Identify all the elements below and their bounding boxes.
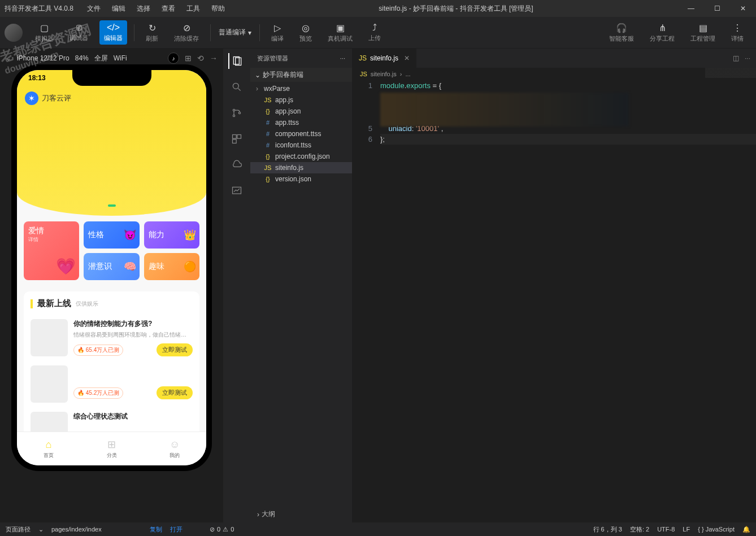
heart-icon: 💗 bbox=[56, 257, 76, 276]
test-now-button[interactable]: 立即测试 bbox=[157, 386, 193, 399]
file-item[interactable]: #iconfont.ttss bbox=[250, 140, 352, 151]
expand-icon[interactable]: → bbox=[210, 54, 218, 63]
menu-view[interactable]: 查看 bbox=[157, 2, 180, 16]
card-personality[interactable]: 性格😈 bbox=[84, 221, 139, 249]
user-icon: ☺ bbox=[170, 439, 180, 451]
js-file-icon: JS bbox=[360, 71, 367, 77]
debugger-toggle[interactable]: ⎚调试器 bbox=[65, 20, 93, 45]
window-title: siteinfo.js - 妙手回春前端 - 抖音开发者工具 [管理员] bbox=[229, 4, 683, 14]
split-editor-icon[interactable]: ◫ bbox=[733, 54, 739, 62]
rotate-icon[interactable]: ⟲ bbox=[197, 54, 204, 63]
page-path-label: 页面路径 bbox=[6, 525, 31, 534]
language-mode[interactable]: { } JavaScript bbox=[698, 526, 735, 533]
file-item[interactable]: {}version.json bbox=[250, 173, 352, 185]
details-button[interactable]: ⋮详情 bbox=[727, 20, 748, 45]
menu-file[interactable]: 文件 bbox=[82, 2, 105, 16]
list-item[interactable]: 🔥 45.2万人已测 立即测试 bbox=[31, 361, 193, 407]
tab-home[interactable]: ⌂首页 bbox=[17, 432, 80, 465]
copy-button[interactable]: 复制 bbox=[150, 525, 162, 534]
preview-button[interactable]: ◎预览 bbox=[295, 20, 316, 45]
menu-select[interactable]: 选择 bbox=[132, 2, 155, 16]
maximize-button[interactable]: ☐ bbox=[709, 0, 725, 17]
editor-icon: </> bbox=[107, 23, 120, 33]
open-button[interactable]: 打开 bbox=[170, 525, 183, 534]
grid-icon[interactable]: ⊞ bbox=[185, 54, 192, 63]
tab-category[interactable]: ⊞分类 bbox=[80, 432, 144, 465]
project-root[interactable]: ⌄妙手回春前端 bbox=[250, 68, 352, 82]
zoom-level[interactable]: 84% bbox=[75, 54, 89, 62]
screen-mode[interactable]: 全屏 bbox=[94, 54, 108, 63]
file-item[interactable]: JSapp.js bbox=[250, 94, 352, 106]
problems-indicator[interactable]: ⊘0 ⚠0 bbox=[210, 526, 234, 533]
list-item[interactable]: 你的情绪控制能力有多强? 情绪很容易受到周围环境影响，做自己情绪… 🔥 65.4… bbox=[31, 315, 193, 361]
more-icon: ⋮ bbox=[733, 23, 742, 33]
main-toolbar: ▢模拟器 ⎚调试器 </>编辑器 ↻刷新 ⊘清除缓存 普通编译▾ ▷编译 ◎预览… bbox=[0, 17, 756, 49]
share-project-button[interactable]: ⋔分享工程 bbox=[645, 20, 679, 45]
simulator-toggle[interactable]: ▢模拟器 bbox=[31, 20, 58, 45]
card-fun[interactable]: 趣味🟠 bbox=[144, 253, 199, 280]
user-avatar[interactable] bbox=[5, 24, 23, 42]
card-subconscious[interactable]: 潜意识🧠 bbox=[84, 253, 139, 280]
eol[interactable]: LF bbox=[683, 526, 690, 533]
folder-wxparse[interactable]: wxParse bbox=[250, 83, 352, 94]
page-path-input[interactable] bbox=[51, 526, 142, 533]
home-icon: ⌂ bbox=[45, 439, 51, 451]
minimap[interactable] bbox=[705, 68, 756, 102]
network-select[interactable]: WiFi bbox=[114, 54, 127, 62]
card-ability[interactable]: 能力👑 bbox=[144, 221, 199, 249]
extensions-tab[interactable] bbox=[229, 131, 245, 147]
project-manage-button[interactable]: ▤工程管理 bbox=[686, 20, 720, 45]
chevron-down-icon[interactable]: ⌄ bbox=[38, 526, 44, 533]
encoding[interactable]: UTF-8 bbox=[657, 526, 675, 533]
face-icon: 😈 bbox=[124, 229, 136, 241]
json-file-icon: {} bbox=[264, 153, 272, 160]
compile-button[interactable]: ▷编译 bbox=[267, 20, 288, 45]
cursor-position[interactable]: 行 6，列 3 bbox=[593, 525, 622, 534]
debugger-icon: ⎚ bbox=[76, 23, 82, 33]
warning-icon: ⚠ bbox=[223, 526, 228, 533]
indent-setting[interactable]: 空格: 2 bbox=[630, 525, 649, 534]
test-now-button[interactable]: 立即测试 bbox=[157, 343, 193, 356]
file-item[interactable]: JSsiteinfo.js bbox=[250, 162, 352, 173]
title-bar: 抖音开发者工具 V4.0.8 文件 编辑 选择 查看 工具 帮助 siteinf… bbox=[0, 0, 756, 17]
code-area[interactable]: 1 5 6 module.exports = { uniacid: '10001… bbox=[352, 80, 756, 522]
simulator-panel: ⌄ iPhone 12/12 Pro 84% 全屏 WiFi ♪ ⊞ ⟲ → 1… bbox=[0, 49, 223, 522]
menu-tools[interactable]: 工具 bbox=[182, 2, 205, 16]
refresh-button[interactable]: ↻刷新 bbox=[141, 20, 163, 45]
explorer-tab[interactable] bbox=[228, 53, 244, 69]
editor-toggle[interactable]: </>编辑器 bbox=[99, 20, 127, 45]
cloud-tab[interactable] bbox=[229, 157, 245, 173]
preview-icon: ◎ bbox=[302, 23, 310, 33]
explorer-title: 资源管理器 bbox=[257, 54, 288, 63]
file-item[interactable]: {}app.json bbox=[250, 106, 352, 117]
clear-cache-button[interactable]: ⊘清除缓存 bbox=[170, 20, 203, 45]
file-item[interactable]: #component.ttss bbox=[250, 128, 352, 140]
search-tab[interactable] bbox=[229, 79, 245, 95]
menu-help[interactable]: 帮助 bbox=[207, 2, 229, 16]
upload-button[interactable]: ⤴上传 bbox=[364, 20, 385, 45]
outline-section[interactable]: ›大纲 bbox=[250, 506, 352, 522]
close-tab-icon[interactable]: ✕ bbox=[404, 54, 410, 62]
minimize-button[interactable]: — bbox=[683, 0, 699, 17]
chevron-down-icon[interactable]: ⌄ bbox=[6, 54, 11, 62]
analytics-tab[interactable] bbox=[229, 183, 245, 199]
menu-edit[interactable]: 编辑 bbox=[107, 2, 130, 16]
remote-debug-button[interactable]: ▣真机调试 bbox=[323, 20, 357, 45]
card-love[interactable]: 爱情详情💗 bbox=[24, 221, 79, 280]
device-select[interactable]: iPhone 12/12 Pro bbox=[17, 54, 69, 62]
tab-profile[interactable]: ☺我的 bbox=[143, 432, 206, 465]
source-control-tab[interactable] bbox=[229, 105, 245, 121]
breadcrumb[interactable]: JS siteinfo.js › ... bbox=[352, 68, 756, 80]
refresh-icon: ↻ bbox=[149, 23, 156, 33]
phone-screen[interactable]: 18:13 ✶ 刀客云评 爱情详情💗 性格😈 能力👑 潜意识🧠 趣味🟠 bbox=[17, 70, 206, 465]
close-button[interactable]: ✕ bbox=[735, 0, 751, 17]
more-icon[interactable]: ··· bbox=[340, 55, 345, 62]
file-item[interactable]: {}project.config.json bbox=[250, 151, 352, 162]
support-button[interactable]: 🎧智能客服 bbox=[605, 20, 638, 45]
bell-icon[interactable]: 🔔 bbox=[742, 526, 750, 533]
file-item[interactable]: #app.ttss bbox=[250, 117, 352, 128]
tiktok-icon[interactable]: ♪ bbox=[168, 53, 179, 64]
editor-tab[interactable]: JS siteinfo.js ✕ bbox=[352, 49, 417, 68]
compile-mode-dropdown[interactable]: 普通编译▾ bbox=[214, 25, 256, 40]
more-actions-icon[interactable]: ··· bbox=[745, 54, 750, 62]
